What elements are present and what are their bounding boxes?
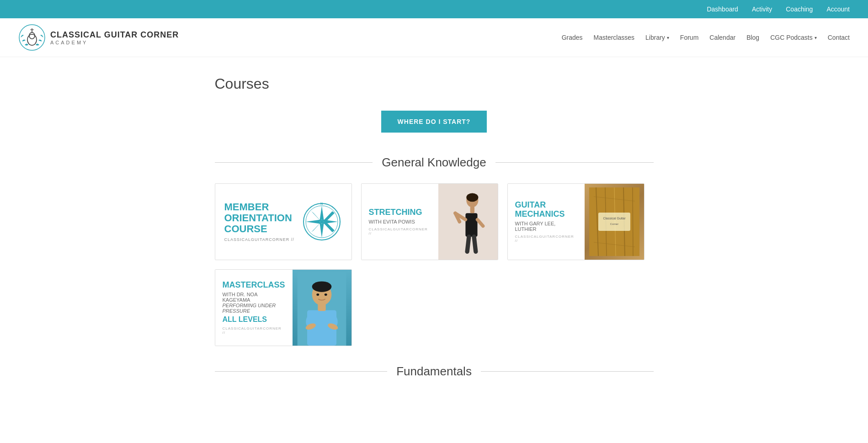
- nav-forum[interactable]: Forum: [680, 34, 698, 41]
- svg-point-18: [466, 193, 478, 202]
- nav-masterclasses[interactable]: Masterclasses: [594, 34, 634, 41]
- top-nav-activity[interactable]: Activity: [752, 5, 772, 13]
- top-nav-coaching[interactable]: Coaching: [786, 5, 813, 13]
- card-masterclass[interactable]: MASTERCLASS WITH DR. NOA KAGEYAMA PERFOR…: [215, 269, 352, 346]
- stretching-text: STRETCHING WITH EVITA POWIS CLASSICALGUI…: [362, 184, 438, 260]
- nav-grades[interactable]: Grades: [562, 34, 583, 41]
- svg-rect-32: [598, 213, 630, 231]
- cards-grid: MEMBER ORIENTATION COURSE CLASSICALGUITA…: [215, 183, 654, 346]
- svg-point-1: [27, 34, 37, 45]
- svg-marker-9: [306, 219, 322, 224]
- logo-icon: [18, 24, 46, 51]
- general-knowledge-header: General Knowledge: [215, 155, 654, 170]
- top-nav-dashboard[interactable]: Dashboard: [707, 5, 738, 13]
- svg-line-24: [474, 237, 476, 252]
- top-nav-account[interactable]: Account: [826, 5, 850, 13]
- mechanics-title: GUITAR MECHANICS: [515, 201, 577, 219]
- orientation-brand: CLASSICALGUITARCORNER //: [224, 237, 297, 242]
- stretching-brand: CLASSICALGUITARCORNER //: [369, 227, 431, 235]
- fundamentals-line-right: [481, 371, 654, 372]
- orientation-text: MEMBER ORIENTATION COURSE CLASSICALGUITA…: [224, 202, 297, 242]
- stretching-person-svg: [445, 190, 491, 254]
- svg-line-31: [633, 187, 633, 256]
- masterclass-label: PERFORMING UNDER PRESSURE: [223, 303, 285, 314]
- svg-point-15: [320, 220, 324, 224]
- svg-line-22: [477, 219, 483, 226]
- mechanics-image: Classical Guitar Corner: [585, 184, 644, 260]
- guitar-svg: Classical Guitar Corner: [589, 187, 639, 256]
- podcasts-dropdown-arrow: ▾: [815, 35, 817, 40]
- logo-main-text: CLASSICAL GUITAR CORNER: [50, 30, 179, 40]
- nav-contact[interactable]: Contact: [828, 34, 850, 41]
- start-button-wrap: WHERE DO I START?: [215, 111, 654, 133]
- masterclass-all-levels: ALL LEVELS: [223, 315, 285, 324]
- nav-blog[interactable]: Blog: [746, 34, 759, 41]
- svg-text:Corner: Corner: [610, 223, 618, 225]
- main-nav: CLASSICAL GUITAR CORNER ACADEMY Grades M…: [0, 18, 868, 57]
- library-dropdown-arrow: ▾: [667, 35, 669, 40]
- section-line-left: [215, 162, 373, 163]
- svg-text:Classical Guitar: Classical Guitar: [603, 217, 626, 220]
- page-content: Courses WHERE DO I START? General Knowle…: [206, 57, 663, 411]
- stretching-image: [438, 184, 498, 260]
- general-knowledge-title: General Knowledge: [382, 155, 486, 170]
- svg-point-42: [316, 294, 319, 296]
- section-line-right: [495, 162, 654, 163]
- svg-marker-7: [320, 206, 324, 222]
- svg-point-2: [29, 32, 35, 39]
- masterclass-title: MASTERCLASS: [223, 281, 285, 290]
- fundamentals-header: Fundamentals: [215, 364, 654, 379]
- logo[interactable]: CLASSICAL GUITAR CORNER ACADEMY: [18, 24, 179, 51]
- top-bar: Dashboard Activity Coaching Account: [0, 0, 868, 18]
- svg-text:N: N: [320, 202, 323, 205]
- card-stretching[interactable]: STRETCHING WITH EVITA POWIS CLASSICALGUI…: [361, 183, 498, 260]
- svg-line-23: [467, 237, 469, 252]
- nav-links: Grades Masterclasses Library ▾ Forum Cal…: [562, 33, 850, 42]
- orientation-title: MEMBER ORIENTATION COURSE: [224, 202, 297, 235]
- fundamentals-line-left: [215, 371, 388, 372]
- svg-marker-8: [320, 222, 324, 238]
- svg-rect-19: [465, 213, 477, 236]
- page-title: Courses: [215, 75, 654, 92]
- svg-point-43: [325, 294, 327, 296]
- mechanics-text: GUITAR MECHANICS WITH GARY LEE, LUTHIER …: [508, 184, 585, 260]
- masterclass-text: MASTERCLASS WITH DR. NOA KAGEYAMA PERFOR…: [215, 270, 293, 346]
- mechanics-brand: CLASSICALGUITARCORNER //: [515, 235, 577, 243]
- compass-icon: N: [301, 201, 342, 242]
- logo-sub-text: ACADEMY: [50, 40, 179, 45]
- fundamentals-title: Fundamentals: [396, 364, 472, 379]
- card-mechanics[interactable]: GUITAR MECHANICS WITH GARY LEE, LUTHIER …: [507, 183, 644, 260]
- masterclass-brand: CLASSICALGUITARCORNER //: [223, 326, 285, 335]
- stretching-subtitle: WITH EVITA POWIS: [369, 219, 431, 224]
- masterclass-image: [293, 270, 351, 346]
- nav-library[interactable]: Library: [645, 34, 665, 41]
- masterclass-person-svg: [297, 272, 347, 346]
- nav-cgc-podcasts[interactable]: CGC Podcasts: [770, 34, 813, 41]
- svg-point-41: [312, 281, 332, 292]
- nav-calendar[interactable]: Calendar: [709, 34, 735, 41]
- masterclass-subtitle: WITH DR. NOA KAGEYAMA: [223, 292, 285, 303]
- mechanics-subtitle: WITH GARY LEE, LUTHIER: [515, 221, 577, 232]
- svg-rect-25: [470, 206, 474, 213]
- start-button[interactable]: WHERE DO I START?: [381, 111, 487, 133]
- stretching-title: STRETCHING: [369, 208, 431, 217]
- card-orientation[interactable]: MEMBER ORIENTATION COURSE CLASSICALGUITA…: [215, 183, 352, 260]
